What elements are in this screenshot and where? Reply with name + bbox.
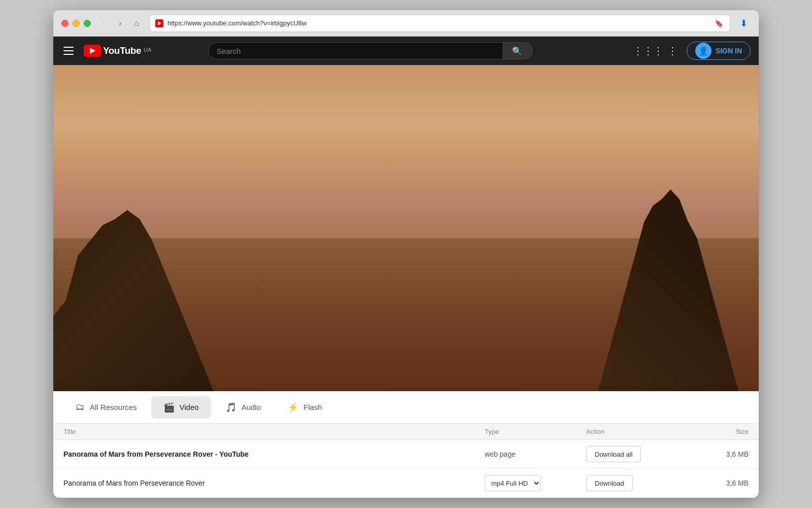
row1-action: Download all [586, 446, 688, 462]
tab-all-resources-label: All Resources [90, 403, 137, 411]
video-icon: 🎬 [163, 402, 175, 413]
avatar-icon: 👤 [695, 43, 712, 59]
menu-button[interactable] [61, 45, 76, 57]
audio-icon: 🎵 [225, 402, 236, 413]
youtube-favicon-icon [155, 19, 163, 27]
row2-title: Panorama of Mars from Perseverance Rover [63, 479, 485, 487]
row2-action: Download [586, 475, 688, 491]
youtube-country-badge: UA [144, 47, 151, 53]
header-right: ⋮⋮⋮ ⋮ 👤 SIGN IN [638, 41, 751, 61]
maximize-button[interactable] [84, 20, 91, 27]
home-button[interactable]: ⌂ [129, 16, 144, 30]
tab-flash[interactable]: ⚡ Flash [275, 396, 334, 419]
back-button[interactable]: ‹ [97, 16, 111, 30]
search-button[interactable]: 🔍 [502, 42, 533, 59]
search-input[interactable] [208, 42, 502, 59]
menu-line-3 [63, 54, 74, 55]
youtube-logo-text: YouTube [103, 45, 141, 56]
site-favicon [155, 19, 163, 27]
apps-button[interactable]: ⋮⋮⋮ [638, 41, 658, 61]
browser-window: ‹ › ⌂ https://www.youtube.com/watch?v=ir… [53, 10, 759, 498]
all-resources-icon: 🗂 [76, 402, 85, 412]
tab-video-label: Video [180, 403, 199, 411]
tab-audio-label: Audio [242, 403, 261, 411]
col-type: Type [485, 428, 586, 435]
menu-line-2 [63, 50, 74, 51]
tab-video[interactable]: 🎬 Video [151, 396, 211, 419]
table-row: Panorama of Mars from Perseverance Rover… [53, 469, 759, 498]
tab-all-resources[interactable]: 🗂 All Resources [63, 396, 149, 419]
search-wrap: 🔍 [208, 42, 533, 59]
download-table: Title Type Action Size Panorama of Mars … [53, 424, 759, 498]
row1-type: web page [485, 450, 586, 458]
browser-download-button[interactable]: ⬇ [736, 16, 751, 30]
format-select[interactable]: mp4 Full HD mp4 HD mp4 SD [485, 475, 541, 491]
tab-bar: 🗂 All Resources 🎬 Video 🎵 Audio ⚡ Flash [53, 391, 759, 424]
close-button[interactable] [61, 20, 69, 27]
sign-in-label: SIGN IN [716, 47, 742, 55]
table-row: Panorama of Mars from Perseverance Rover… [53, 440, 759, 469]
more-options-button[interactable]: ⋮ [662, 41, 683, 61]
url-text: https://www.youtube.com/watch?v=irbigpyc… [167, 19, 708, 27]
col-size: Size [688, 428, 749, 435]
row1-title: Panorama of Mars from Perseverance Rover… [63, 450, 485, 458]
menu-line-1 [63, 47, 74, 48]
col-action: Action [586, 428, 688, 435]
traffic-lights [61, 20, 91, 27]
forward-button[interactable]: › [113, 16, 127, 30]
address-bar[interactable]: https://www.youtube.com/watch?v=irbigpyc… [150, 15, 730, 32]
youtube-logo-icon [84, 45, 101, 57]
sign-in-button[interactable]: 👤 SIGN IN [687, 42, 751, 60]
bookmark-button[interactable]: 🔖 [713, 17, 725, 29]
download-button[interactable]: Download [586, 475, 633, 491]
video-area[interactable]: 🗂 All Resources 🎬 Video 🎵 Audio ⚡ Flash [53, 65, 759, 498]
nav-buttons: ‹ › ⌂ [97, 16, 144, 30]
row2-type: mp4 Full HD mp4 HD mp4 SD [485, 475, 586, 491]
download-all-button[interactable]: Download all [586, 446, 641, 462]
page-content: YouTube UA 🔍 ⋮⋮⋮ ⋮ 👤 SIGN IN [53, 37, 759, 498]
col-title: Title [63, 428, 485, 435]
minimize-button[interactable] [73, 20, 80, 27]
row1-size: 3,6 MB [688, 450, 749, 458]
youtube-logo[interactable]: YouTube UA [84, 45, 151, 57]
row2-size: 3,6 MB [688, 479, 749, 487]
youtube-header: YouTube UA 🔍 ⋮⋮⋮ ⋮ 👤 SIGN IN [53, 37, 759, 65]
tab-flash-label: Flash [303, 403, 322, 411]
table-header: Title Type Action Size [53, 424, 759, 440]
download-popup: 🗂 All Resources 🎬 Video 🎵 Audio ⚡ Flash [53, 391, 759, 498]
tab-audio[interactable]: 🎵 Audio [213, 396, 273, 419]
flash-icon: ⚡ [287, 402, 298, 413]
browser-titlebar: ‹ › ⌂ https://www.youtube.com/watch?v=ir… [53, 10, 759, 37]
